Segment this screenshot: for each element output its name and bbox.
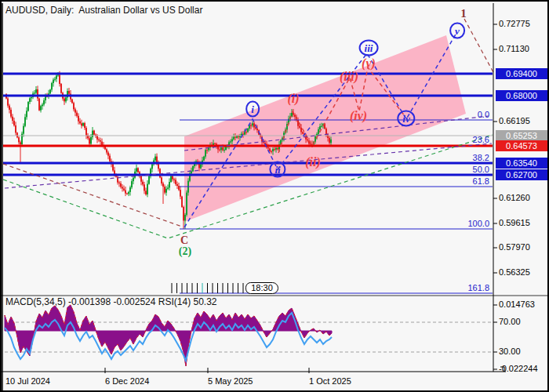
fib-label-500: 50.0	[394, 165, 489, 174]
fib-label-236: 23.6	[394, 135, 489, 144]
indicator-tick: 70.00	[499, 317, 521, 327]
wave-label-2: (2)	[179, 245, 191, 258]
indicator-tick: 30.00	[499, 347, 521, 357]
wave-label-sub-iii: (iii)	[340, 70, 358, 84]
indicator-header: MACD(5,34,5) -0.001398 -0.002524 RSI(14)…	[5, 296, 217, 307]
rsi-line	[5, 313, 332, 361]
price-badge-line: 0.68000	[496, 90, 547, 101]
wave-label-sub-iv: (iv)	[350, 109, 367, 123]
price-chart-canvas[interactable]	[2, 2, 549, 392]
date-label: 10 Jul 2024	[5, 376, 50, 386]
ruler-ticks	[172, 283, 243, 293]
price-badge-last: 0.64573	[496, 140, 547, 151]
wave-label-i: i	[245, 101, 260, 118]
fib-label-618: 61.8	[394, 176, 489, 186]
price-badge-line: 0.63540	[496, 158, 547, 169]
indicator-tick: -0.022244	[499, 364, 538, 374]
fib-label-1618: 161.8	[394, 283, 489, 292]
mt5-chart-window: AUDUSD, Daily: Australian Dollar vs US D…	[0, 0, 549, 392]
price-tick: 0.66195	[499, 116, 530, 126]
price-badge-line: 0.69400	[496, 68, 547, 79]
macd-area	[5, 305, 332, 366]
fib-label-1000: 100.0	[394, 219, 489, 228]
price-tick: 0.72775	[499, 19, 530, 29]
price-tick: 0.61260	[499, 193, 530, 203]
wave-label-v: v	[449, 23, 465, 39]
price-tick: 0.57970	[499, 242, 530, 252]
wave-label-sub-v: (v)	[362, 56, 376, 71]
date-label: 1 Oct 2025	[309, 376, 351, 386]
indicator-tick: 0.014763	[499, 299, 535, 310]
time-tag: 18:30	[245, 282, 278, 294]
wave-label-ii: ii	[269, 162, 285, 178]
wave-label-iii: iii	[359, 40, 379, 56]
wave-label-1: 1	[460, 7, 467, 20]
price-tick: 0.71130	[499, 44, 529, 54]
price-badge-line: 0.62700	[496, 169, 547, 180]
price-badge-bid: 0.65253	[496, 130, 547, 141]
price-tick: 0.56325	[499, 267, 530, 278]
chart-title: AUDUSD, Daily: Australian Dollar vs US D…	[5, 5, 202, 16]
fib-label-382: 38.2	[394, 153, 489, 162]
indicator-panel	[5, 305, 492, 366]
wave-label-sub-i: (i)	[287, 92, 299, 106]
price-tick: 0.59615	[499, 218, 530, 228]
wave-label-sub-ii: (ii)	[305, 155, 321, 169]
date-label: 5 May 2025	[208, 376, 253, 386]
date-label: 6 Dec 2024	[105, 376, 149, 386]
